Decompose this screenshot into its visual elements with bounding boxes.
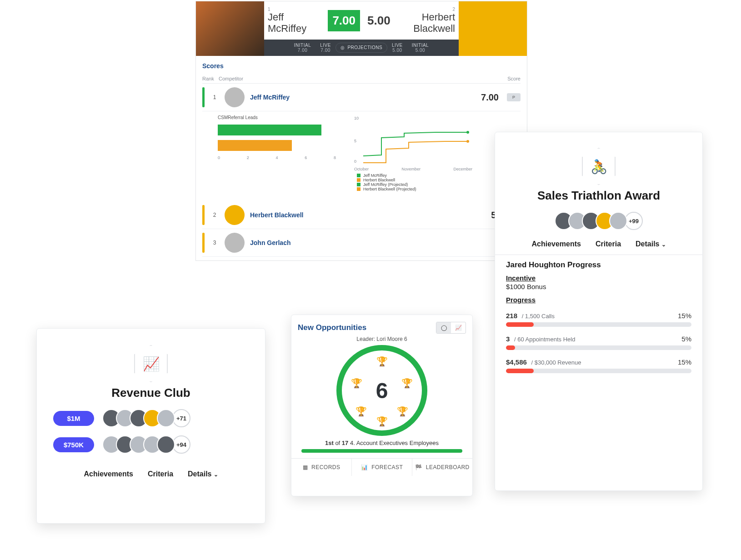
chart-up-icon: 📈 <box>143 356 160 372</box>
section-title: Scores <box>202 62 521 70</box>
tab-leaderboard[interactable]: 🏁LEADERBOARD <box>412 459 472 476</box>
progress-row-label: 218 / 1,500 Calls15% <box>506 312 691 320</box>
score-left: 7.00 <box>328 10 360 31</box>
tab-live-left[interactable]: LIVE7.00 <box>315 43 335 53</box>
bar-chart-icon: 📊 <box>361 464 368 470</box>
toggle-circle[interactable]: ◯ <box>436 322 451 333</box>
svg-text:10: 10 <box>354 116 359 120</box>
incentive-block: Incentive $1000 Bonus <box>506 274 691 290</box>
view-toggle: ◯ 📈 <box>436 322 466 334</box>
tab-criteria[interactable]: Criteria <box>596 240 621 248</box>
progress-bar <box>506 345 691 350</box>
tab-projections[interactable]: ◎PROJECTIONS <box>335 43 387 53</box>
rank-indicator <box>202 87 205 107</box>
bar-chart: CSMReferral Leads 02468 <box>218 115 336 193</box>
rank-number: 3 <box>210 240 219 246</box>
competitor-name: Jeff McRiffey <box>268 12 324 34</box>
rank-caption: 1st of 17 4. Account Executives Employee… <box>298 440 466 446</box>
radar-icon: ◎ <box>340 45 345 50</box>
card-tabs: Achievements Criteria Details⌄ <box>506 240 691 248</box>
avatar-stack[interactable]: +71 <box>102 409 190 427</box>
cyclist-icon: 🚴 <box>591 159 607 175</box>
svg-point-4 <box>466 140 469 143</box>
card-tabs: Achievements Criteria Details⌄ <box>48 470 254 478</box>
kv-key: Incentive <box>506 274 691 282</box>
tab-records[interactable]: ▦RECORDS <box>291 459 352 476</box>
rank-indicator <box>202 205 205 225</box>
score-value: 7.00 <box>466 92 499 103</box>
chevron-down-icon: ⌄ <box>214 471 218 478</box>
line-chart: 10 5 0 October November December <box>354 115 472 193</box>
tab-initial-left[interactable]: INITIAL7.00 <box>290 43 315 53</box>
tab-live-right[interactable]: LIVE5.00 <box>387 43 407 53</box>
table-row[interactable]: 3 John Gerlach 4. <box>202 229 521 257</box>
tab-initial-right[interactable]: INITIAL5.00 <box>407 43 433 53</box>
competitor-left: 1 Jeff McRiffey <box>264 7 328 34</box>
competitor-name: Herbert Blackwell <box>250 211 461 219</box>
chart-label: CSMReferral Leads <box>218 115 336 120</box>
table-header: Rank Competitor Score <box>202 74 521 84</box>
tier-pill[interactable]: $1M <box>53 411 94 426</box>
card-title: Revenue Club <box>48 386 254 400</box>
tab-details[interactable]: Details⌄ <box>636 240 666 248</box>
avatar <box>225 205 245 225</box>
revenue-club-card: 📈 Revenue Club $1M +71 $750K +94 Achieve… <box>36 328 265 524</box>
avatar <box>459 1 527 56</box>
score-value: 5. <box>466 210 499 220</box>
grid-icon: ▦ <box>303 464 308 470</box>
kv-value: $1000 Bonus <box>506 283 691 290</box>
leader-label: Leader: Lori Moore 6 <box>298 336 466 342</box>
section-title: Jared Houghton Progress <box>506 260 691 270</box>
avatar <box>196 1 264 56</box>
rank-number: 1 <box>210 94 219 100</box>
avatar <box>225 87 245 107</box>
trophy-icon: 🏆 <box>355 406 367 417</box>
progress-bar <box>506 369 691 373</box>
projection-tabs: INITIAL7.00 LIVE7.00 ◎PROJECTIONS LIVE5.… <box>264 40 459 56</box>
trophy-icon: 🏆 <box>376 356 388 367</box>
progress-ring: 6 🏆 🏆 🏆 🏆 🏆 🏆 <box>336 345 427 436</box>
trophy-icon: 🏆 <box>351 378 362 389</box>
table-row[interactable]: 2 Herbert Blackwell 5. P <box>202 201 521 229</box>
tab-achievements[interactable]: Achievements <box>84 470 134 478</box>
competitor-name: John Gerlach <box>250 239 482 246</box>
rank-indicator <box>202 233 205 253</box>
card-title: New Opportunities <box>298 323 366 332</box>
progress-list: 218 / 1,500 Calls15%3 / 60 Appointments … <box>506 312 691 373</box>
card-title: Sales Triathlon Award <box>506 189 691 203</box>
progress-row-label: $4,586 / $30,000 Revenue15% <box>506 358 691 366</box>
progress-bar <box>506 322 691 327</box>
trophy-icon: 🏆 <box>401 378 413 389</box>
toggle-chart[interactable]: 📈 <box>451 322 466 333</box>
sales-triathlon-card: 🚴 Sales Triathlon Award +99 Achievements… <box>495 132 703 491</box>
tab-criteria[interactable]: Criteria <box>148 470 173 478</box>
chevron-down-icon: ⌄ <box>661 241 666 248</box>
avatar-stack[interactable]: +94 <box>102 435 190 454</box>
chart-legend: Jeff McRiffey Herbert Blackwell Jeff McR… <box>354 171 472 193</box>
table-row[interactable]: 1 Jeff McRiffey 7.00 P <box>202 84 521 111</box>
svg-text:0: 0 <box>354 159 356 164</box>
rank-progress-bar <box>301 449 462 453</box>
tab-details[interactable]: Details⌄ <box>188 470 218 478</box>
avatar <box>225 233 245 253</box>
progress-row-label: 3 / 60 Appointments Held5% <box>506 335 691 343</box>
more-count[interactable]: +94 <box>172 435 190 454</box>
more-count[interactable]: +71 <box>172 409 190 427</box>
kv-key: Progress <box>506 296 691 304</box>
trophy-icon: 🏆 <box>376 416 388 427</box>
score-right: 5.00 <box>363 10 395 31</box>
flag-badge: P <box>507 93 521 101</box>
line-chart-icon: 📈 <box>455 325 462 331</box>
ring-value: 6 <box>376 378 388 403</box>
score-pair: 7.00 5.00 <box>328 10 395 31</box>
new-opportunities-card: New Opportunities ◯ 📈 Leader: Lori Moore… <box>291 315 473 496</box>
tab-forecast[interactable]: 📊FORECAST <box>352 459 412 476</box>
more-count[interactable]: +99 <box>625 212 643 230</box>
matchup-panel: 1 Jeff McRiffey 7.00 5.00 2 Herbert Blac… <box>195 1 527 261</box>
svg-text:5: 5 <box>354 139 356 143</box>
tier-pill[interactable]: $750K <box>53 437 94 452</box>
row-detail: CSMReferral Leads 02468 10 5 0 <box>202 111 521 201</box>
tab-achievements[interactable]: Achievements <box>532 240 581 248</box>
avatar-stack[interactable]: +99 <box>506 212 691 230</box>
tier-row: $1M +71 <box>53 409 254 427</box>
